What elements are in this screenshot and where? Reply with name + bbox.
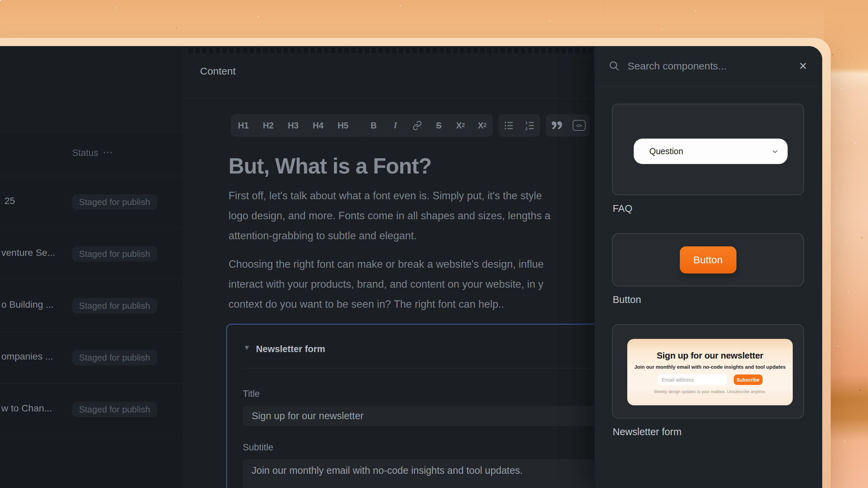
subscript-exp: 2 (484, 122, 487, 128)
preview-title: Sign up for our newsletter (657, 350, 763, 361)
status-badge: Staged for publish (72, 402, 157, 417)
bold-button[interactable]: B (363, 121, 384, 130)
row-title: o Building ... (1, 299, 54, 310)
subscript-button[interactable]: X2 (471, 121, 493, 130)
faq-question-dropdown: Question (634, 139, 788, 164)
toolbar-format-group: B I S X2 X2 (363, 114, 493, 137)
newsletter-preview: Sign up for our newsletter Join our mont… (627, 339, 793, 405)
code-icon: <> (573, 120, 586, 131)
component-label-button: Button (613, 294, 805, 305)
search-input[interactable]: Search components... (628, 60, 727, 72)
component-card-faq[interactable]: Question (612, 104, 804, 195)
collection-panel-header-area (0, 46, 183, 133)
preview-subtitle: Join our monthly email with no-code insi… (634, 364, 786, 370)
table-header-row: Status ⋯ (0, 133, 183, 176)
svg-text:2: 2 (525, 126, 527, 131)
svg-text:1: 1 (525, 120, 528, 125)
blockquote-button[interactable] (546, 121, 568, 129)
link-icon (412, 121, 422, 130)
table-row[interactable]: o Building ... Staged for publish (0, 280, 183, 332)
component-card-newsletter[interactable]: Sign up for our newsletter Join our mont… (612, 324, 804, 419)
bullet-list-icon (504, 120, 514, 131)
title-field-label: Title (243, 389, 260, 399)
italic-button[interactable]: I (384, 121, 406, 130)
component-card-list: Question FAQ Button Button Sign up for o… (594, 86, 822, 438)
strikethrough-button[interactable]: S (428, 121, 450, 130)
component-card-button[interactable]: Button (612, 233, 804, 286)
component-label-faq: FAQ (613, 203, 805, 214)
chevron-down-icon (771, 148, 779, 155)
status-badge: Staged for publish (72, 194, 157, 210)
close-icon[interactable]: × (799, 59, 807, 73)
article-heading[interactable]: But, What is a Font? (229, 153, 432, 179)
table-row[interactable]: ompanies ... Staged for publish (0, 332, 183, 384)
row-title: w to Chan... (1, 403, 52, 414)
status-badge: Staged for publish (72, 350, 157, 365)
app-window: Status ⋯ 25 Staged for publish venture S… (0, 46, 822, 488)
table-row[interactable]: venture Se... Staged for publish (0, 228, 183, 280)
row-title: 25 (4, 196, 15, 206)
row-title: ompanies ... (1, 351, 53, 362)
dropdown-value: Question (649, 146, 683, 156)
panel-title: Content (200, 65, 236, 77)
status-badge: Staged for publish (72, 298, 157, 313)
code-block-button[interactable]: <> (568, 120, 590, 131)
h2-button[interactable]: H2 (256, 121, 281, 130)
email-field (658, 374, 727, 385)
h5-button[interactable]: H5 (331, 121, 356, 130)
status-column-header[interactable]: Status (72, 148, 98, 158)
desktop: Status ⋯ 25 Staged for publish venture S… (0, 0, 868, 488)
superscript-button[interactable]: X2 (450, 121, 471, 130)
h3-button[interactable]: H3 (281, 121, 306, 130)
preview-signup-row: Subscribe (658, 374, 763, 385)
table-row[interactable]: w to Chan... Staged for publish (0, 384, 183, 435)
numbered-list-button[interactable]: 12 (519, 120, 540, 131)
subscript-base: X (478, 121, 484, 130)
status-badge: Staged for publish (72, 246, 157, 262)
preview-button: Button (680, 246, 736, 273)
search-icon (609, 60, 620, 72)
toolbar-heading-group: H1 H2 H3 H4 H5 H6 (231, 114, 380, 137)
toolbar-list-group: 12 (498, 114, 540, 137)
row-title: venture Se... (1, 247, 55, 258)
preview-footnote: Weekly design updates to your mailbox. U… (654, 389, 766, 394)
component-label-newsletter: Newsletter form (613, 426, 805, 438)
link-button[interactable] (406, 121, 428, 130)
subscribe-button: Subscribe (734, 374, 763, 385)
subtitle-field-label: Subtitle (243, 442, 273, 453)
components-panel: Search components... × Question FAQ Butt… (594, 46, 822, 488)
numbered-list-icon: 12 (525, 120, 535, 131)
superscript-base: X (456, 121, 462, 130)
h4-button[interactable]: H4 (306, 121, 331, 130)
bullet-list-button[interactable] (498, 120, 519, 131)
clipped-row-texture (189, 48, 594, 53)
block-title: Newsletter form (256, 344, 325, 354)
collapse-caret-icon[interactable]: ▾ (245, 343, 249, 352)
collection-panel: Status ⋯ 25 Staged for publish venture S… (0, 46, 183, 488)
wallpaper-sparkles (0, 0, 1, 1)
h1-button[interactable]: H1 (231, 121, 256, 130)
toolbar-insert-group: <> (546, 114, 590, 137)
quote-icon (551, 121, 563, 129)
components-search-row: Search components... × (594, 46, 822, 86)
superscript-exp: 2 (462, 122, 465, 128)
column-more-icon[interactable]: ⋯ (103, 146, 114, 158)
table-row[interactable]: 25 Staged for publish (0, 176, 183, 228)
